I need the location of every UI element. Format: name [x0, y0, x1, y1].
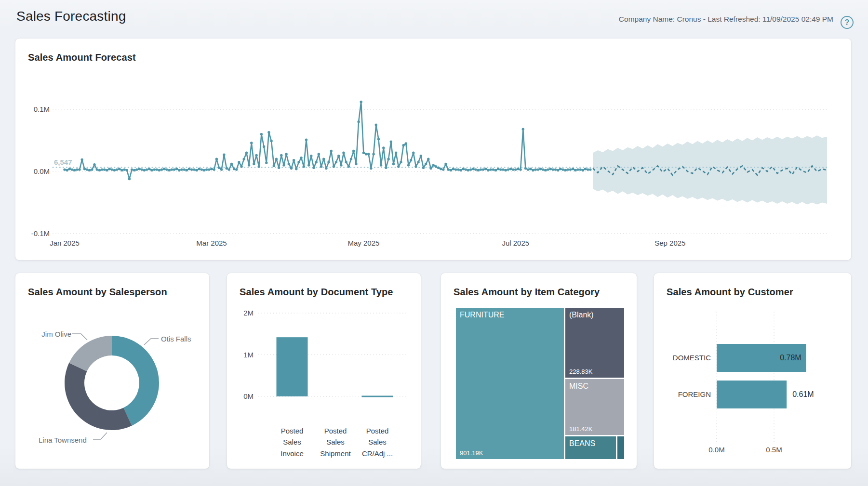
data-point [193, 168, 195, 171]
data-point [188, 168, 190, 170]
data-point [267, 131, 270, 133]
data-point [173, 168, 175, 171]
data-point [414, 165, 417, 168]
data-point [235, 168, 238, 171]
data-point [307, 164, 310, 166]
data-point [318, 153, 320, 155]
treemap-tile-label: MISC [569, 382, 588, 391]
data-point [542, 168, 544, 171]
data-point [78, 168, 80, 171]
data-point [141, 168, 143, 171]
data-point [420, 155, 422, 157]
data-point [158, 169, 160, 171]
sales-forecast-line-chart[interactable]: 0.1M0.0M-0.1MJan 2025Mar 2025May 2025Jul… [15, 39, 851, 260]
treemap-tile--blank-[interactable]: (Blank)228.83K [565, 308, 624, 378]
bar-foreign[interactable] [717, 381, 787, 408]
donut-slice-lina-townsend[interactable] [65, 363, 132, 430]
data-point [106, 169, 108, 171]
x-axis-label: Sep 2025 [654, 239, 685, 247]
data-point [118, 168, 120, 170]
y-axis-label: -0.1M [31, 229, 50, 237]
data-point [68, 168, 71, 170]
data-point [96, 168, 98, 171]
x-axis-label: 0.5M [766, 446, 782, 454]
data-point [427, 158, 429, 160]
data-point [345, 161, 347, 163]
data-point [377, 138, 380, 140]
help-icon[interactable]: ? [841, 16, 854, 29]
data-point [135, 168, 138, 171]
treemap-tile-value: 228.83K [569, 368, 592, 375]
data-point [93, 163, 95, 166]
data-point [208, 168, 210, 171]
salesperson-donut-chart[interactable] [15, 273, 209, 455]
data-point [557, 169, 559, 171]
bar[interactable] [277, 337, 308, 396]
category-label: DOMESTIC [673, 354, 711, 362]
bar-value-label: 0.61M [792, 390, 814, 398]
treemap-tile-small[interactable] [617, 436, 624, 459]
data-point [402, 144, 404, 146]
data-point [489, 168, 492, 171]
data-point [442, 168, 444, 171]
forecast-card: Sales Amount Forecast 0.1M0.0M-0.1MJan 2… [15, 39, 851, 260]
data-point [310, 155, 312, 157]
data-point [290, 167, 293, 170]
forecast-card-title: Sales Amount Forecast [28, 52, 136, 63]
data-point [265, 161, 267, 164]
help-glyph: ? [845, 18, 850, 27]
data-point [83, 168, 86, 170]
data-point [91, 168, 93, 171]
item-category-card: Sales Amount by Item Category FURNITURE9… [441, 273, 637, 469]
document-type-bar-chart[interactable]: 2M1M0M [227, 273, 421, 422]
data-point [293, 159, 295, 161]
x-axis-label: May 2025 [347, 239, 379, 247]
category-label: FOREIGN [678, 390, 711, 398]
data-point [524, 167, 527, 170]
item-category-card-title: Sales Amount by Item Category [454, 287, 600, 298]
data-point [465, 168, 467, 171]
data-point [387, 158, 389, 160]
data-point [382, 146, 385, 149]
data-point [514, 168, 517, 171]
data-point [559, 168, 561, 170]
data-point [410, 159, 412, 161]
customer-card: Sales Amount by Customer 0.0M0.5MDOMESTI… [654, 273, 851, 469]
data-point [375, 124, 377, 126]
treemap-tile-beans[interactable]: BEANS [565, 436, 616, 459]
x-axis-label: 0.0M [708, 446, 724, 454]
data-point [487, 169, 489, 171]
data-point [425, 163, 427, 165]
data-point [160, 168, 163, 171]
data-point [472, 168, 474, 170]
data-point [305, 139, 307, 141]
data-point [554, 168, 557, 171]
data-point [576, 168, 579, 171]
data-point [325, 167, 327, 170]
data-point [544, 169, 547, 171]
data-point [218, 167, 220, 169]
data-point [534, 168, 536, 171]
item-category-treemap[interactable]: FURNITURE901.19K(Blank)228.83KMISC181.42… [456, 308, 624, 459]
data-point [295, 168, 297, 170]
data-point [233, 168, 235, 170]
data-point [168, 169, 170, 171]
data-point [539, 168, 542, 170]
data-point [392, 163, 395, 165]
treemap-tile-misc[interactable]: MISC181.42K [565, 379, 624, 435]
treemap-tile-value: 901.19K [460, 449, 483, 457]
data-point [532, 169, 534, 171]
treemap-tile-furniture[interactable]: FURNITURE901.19K [456, 308, 564, 459]
data-point [183, 168, 186, 171]
y-axis-label: 0.0M [34, 167, 50, 175]
data-point [574, 169, 576, 171]
donut-label-lina-townsend: Lina Townsend [39, 436, 87, 444]
data-point [459, 169, 462, 171]
data-point [502, 168, 504, 171]
bar-near-zero[interactable] [362, 396, 393, 397]
customer-bar-chart[interactable]: 0.0M0.5MDOMESTIC0.78MFOREIGN0.61M [654, 273, 851, 469]
data-point [248, 164, 250, 166]
leader-lina-townsend [93, 433, 107, 439]
data-point [66, 169, 68, 171]
data-point [71, 168, 73, 171]
